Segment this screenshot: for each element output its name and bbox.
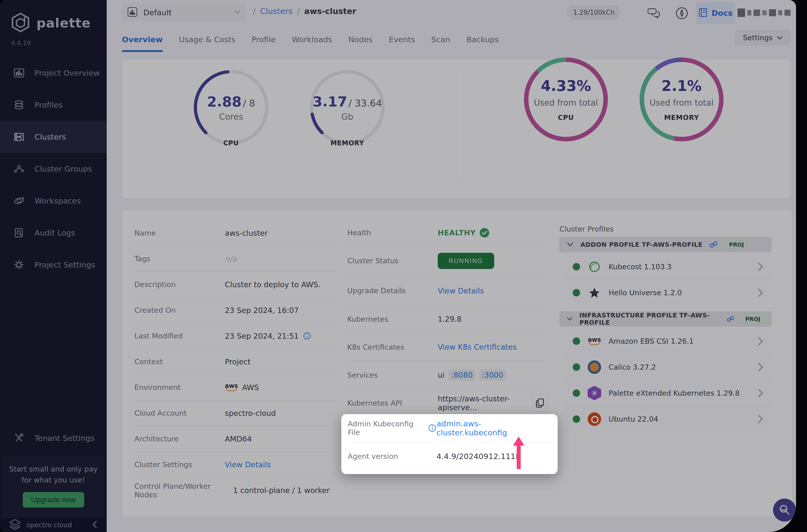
row-label: Admin Kubeconfig File — [348, 420, 436, 437]
pointer-arrow — [513, 437, 524, 469]
admin-kubeconfig-download-link[interactable]: admin.aws-cluster.kubeconfig — [436, 419, 551, 437]
agent-version-label: Agent version — [348, 452, 398, 460]
admin-kubeconfig-label: Admin Kubeconfig File — [348, 420, 425, 437]
divider — [348, 470, 551, 471]
app-root: palette 4.4.19 Project Overview — [0, 0, 807, 532]
agent-version-value: 4.4.9/20240912.1118 — [436, 452, 521, 461]
kubeconfig-spotlight-popup: Admin Kubeconfig File admin.aws-cluster.… — [341, 414, 558, 474]
row-label: Agent version — [348, 452, 436, 460]
info-icon[interactable] — [428, 424, 436, 433]
